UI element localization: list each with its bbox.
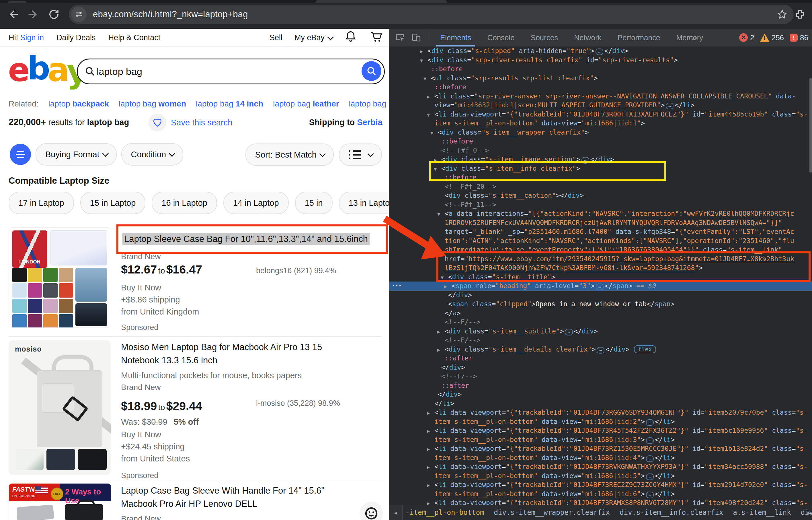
reload-button[interactable] [46,6,62,22]
listing-title-line2[interactable]: Macbook Pro Air HP Lenovo DELL [121,499,257,509]
devtools-code-line[interactable]: item s-item__pl-on-bottom" data-view="mi… [389,471,812,481]
size-pill[interactable]: 17 in Laptop [8,192,74,214]
devtools-code-line[interactable]: <!--F#f_20--> [389,182,812,191]
warning-badge[interactable]: !256 [760,33,784,42]
devtools-code-line[interactable]: ::after [389,354,812,363]
devtools-code-line[interactable]: ▶<div class="s-item__details clearfix">…… [389,345,812,354]
devtools-code-line[interactable]: ▶<li data-viewport="{"trackableId":"01JD… [389,408,812,417]
devtools-code-line[interactable]: ▼<a data-interactions="[{"actionKind":"N… [389,209,812,218]
devtools-code-line[interactable]: ▼<div class="srp-river-results clearfix"… [389,56,812,65]
expand-children-button[interactable]: … [666,103,673,109]
tab-network[interactable]: Network [566,29,609,47]
related-link[interactable]: laptop backpack [48,99,109,111]
expand-children-button[interactable]: … [646,473,654,480]
listing-thumbnail[interactable]: FAST'N US SHIPPING FREE 2 Ways to Use [8,483,111,520]
devtools-code-line[interactable]: <!--F/--> [389,336,812,345]
listing-title[interactable]: Laptop Case Bag Sleeve With Handle For 1… [121,486,325,496]
inspect-element-icon[interactable] [394,31,407,44]
devtools-code-line[interactable]: ▼<li data-viewport="{"trackableId":"01JD… [389,110,812,119]
devtools-code-line[interactable]: 1RDROVk5ZRUFEMFcxUVA4NVQ0MDFKRDRCRjczUjA… [389,218,812,228]
devtools-code-line[interactable]: ▶<li data-viewport="{"trackableId":"01JD… [389,498,812,505]
back-button[interactable] [5,6,21,22]
devtools-code-line[interactable]: ▶<div class="s-item__subtitle">…</div> [389,327,812,336]
help-contact-link[interactable]: Help & Contact [108,33,161,42]
flex-badge[interactable]: flex [634,345,656,353]
devtools-code-line[interactable]: </div> [389,363,812,372]
devtools-code-line[interactable]: ▶<div class="s-clipped" aria-hidden="tru… [389,47,812,56]
device-toolbar-icon[interactable] [410,31,423,44]
expand-toggle-icon[interactable]: ▶ [427,499,435,505]
extensions-icon[interactable] [792,6,808,22]
expand-children-button[interactable]: … [646,437,654,444]
breadcrumb-item[interactable]: -item__pl-on-bottom [405,509,484,517]
expand-toggle-icon[interactable]: ▼ [423,74,431,83]
devtools-selected-node[interactable]: •••▶<span role="heading" aria-level="3">… [389,282,812,291]
filter-menu-button[interactable] [10,144,31,165]
sign-in-link[interactable]: Sign in [20,33,44,42]
devtools-code-line[interactable]: ▶<li class="srp-river-answer srp-river-a… [389,92,812,101]
tab-console[interactable]: Console [479,29,523,47]
search-input[interactable]: laptop bag [77,58,385,84]
expand-children-button[interactable]: … [646,419,654,426]
devtools-code-line[interactable]: ::before [389,137,812,146]
my-ebay-dropdown[interactable]: My eBay [295,33,332,42]
devtools-code-line[interactable]: item s-item__pl-on-bottom" data-view="mi… [389,453,812,463]
size-pill[interactable]: 15 in [295,192,333,214]
tab-elements[interactable]: Elements [432,29,479,47]
expand-toggle-icon[interactable]: ▼ [430,129,438,138]
expand-toggle-icon[interactable]: ▶ [427,481,435,490]
devtools-code-line[interactable]: ▶<li data-viewport="{"trackableId":"01JD… [389,462,812,471]
size-pill[interactable]: 15 in Laptop [80,192,146,214]
related-link[interactable]: laptop bag leather [273,99,339,111]
expand-children-button[interactable]: … [646,456,654,462]
devtools-code-line[interactable]: item s-item__pl-on-bottom" data-view="mi… [389,490,812,499]
expand-children-button[interactable]: … [596,284,604,290]
listing-title-line2[interactable]: Notebook 13.3 15.6 inch [121,355,217,366]
expand-toggle-icon[interactable]: ▶ [420,47,427,56]
breadcrumb-scroll-left[interactable]: ◀ [389,505,402,520]
devtools-code-line[interactable]: <span class="clipped">Opens in a new win… [389,300,812,309]
devtools-code-line[interactable]: ::before [389,83,812,92]
devtools-code-line[interactable]: <!--F/--> [389,372,812,381]
listing-title[interactable]: Laptop Sleeve Case Bag For 10",11.6",13.… [122,233,370,245]
devtools-code-line[interactable]: </div> [389,390,812,399]
size-pill[interactable]: 14 in Laptop [223,192,289,214]
size-pill[interactable]: 16 in Laptop [152,192,217,214]
expand-toggle-icon[interactable]: ▶ [427,409,435,418]
bookmark-star-icon[interactable] [774,6,790,22]
expand-children-button[interactable]: … [565,329,572,336]
devtools-code-line[interactable]: view="mi:43632|iid:1|scen:MULTI_ASPECT_G… [389,101,812,110]
devtools-code-line[interactable]: ▼<ul class="srp-results srp-list clearfi… [389,74,812,83]
expand-children-button[interactable]: … [595,49,603,55]
sell-link[interactable]: Sell [270,33,282,42]
breadcrumb-item[interactable]: a.s-item__link [733,509,791,517]
ebay-logo[interactable]: ebay [8,51,85,88]
issues-badge[interactable]: !86 [790,33,808,42]
expand-toggle-icon[interactable]: ▼ [420,56,427,66]
site-info-icon[interactable] [71,7,87,22]
shipping-location-link[interactable]: Serbia [357,118,383,127]
daily-deals-link[interactable]: Daily Deals [56,33,96,42]
breadcrumb-item[interactable]: div.s-item__wrapper.clearfix [494,509,610,517]
devtools-code-line[interactable]: target="_blank" _sp="p2351460.m1686.l740… [389,227,812,236]
buying-format-dropdown[interactable]: Buying Format [35,143,117,165]
related-link[interactable]: laptop bag 17 in [349,99,389,111]
forward-button[interactable] [25,6,41,22]
devtools-code-line[interactable]: ▶<li data-viewport="{"trackableId":"01JD… [389,444,812,453]
devtools-code-line[interactable]: <!--F/--> [389,318,812,327]
cart-icon[interactable] [369,30,383,46]
devtools-code-line[interactable]: tion":"ACTN","actionKind":"NAVSRC","acti… [389,236,812,246]
notifications-bell-icon[interactable] [344,30,357,45]
listing-thumbnail[interactable]: LONDON [8,227,111,328]
expand-toggle-icon[interactable]: ▶ [427,445,435,454]
expand-toggle-icon[interactable]: ▼ [427,110,435,120]
devtools-code-line[interactable]: ::before [389,64,812,74]
search-button[interactable] [362,61,381,81]
devtools-code-line[interactable]: </li> [389,399,812,408]
devtools-code-line[interactable]: <!--F#f_11--> [389,200,812,209]
expand-children-button[interactable]: … [646,492,654,498]
devtools-code-line[interactable]: <!--F#f_0--> [389,146,812,155]
devtools-code-line[interactable]: </a> [389,309,812,318]
expand-toggle-icon[interactable]: ▼ [437,210,445,219]
devtools-code-line[interactable]: item s-item__pl-on-bottom" data-view="mi… [389,435,812,444]
